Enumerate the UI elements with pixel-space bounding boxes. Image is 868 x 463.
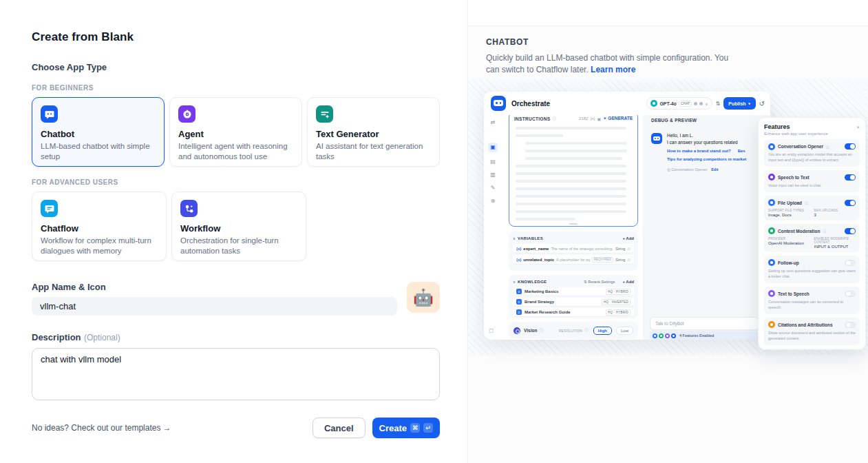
edit-opener-link[interactable]: Edit (711, 167, 718, 172)
dataset-tag: HQ · INVERTED (602, 299, 631, 305)
card-description: Workflow for complex multi-turn dialogue… (41, 236, 158, 256)
add-variable-button[interactable]: + Add (622, 236, 634, 240)
features-panel: Features × Enhance web-app user experien… (758, 117, 866, 350)
knowledge-item[interactable]: ≡ Marketing Basics HQ · HYBRID (513, 287, 634, 296)
copy-icon[interactable]: ▣ (597, 116, 601, 121)
follow-up-icon (768, 259, 775, 266)
card-description: Orchestration for single-turn automation… (180, 236, 297, 256)
content-moderation-toggle[interactable] (845, 228, 856, 234)
debug-preview-title: DEBUG & PREVIEW (643, 115, 770, 123)
app-type-card-workflow[interactable]: Workflow Orchestration for single-turn a… (171, 192, 306, 261)
spark-icon: ✶ (603, 116, 606, 121)
app-icon-picker[interactable]: 🤖 (407, 282, 440, 313)
orchestrate-preview-card: Orchestrate GPT-4o CHAT ∨ ⇅ Publish ∨ (484, 92, 770, 340)
variable-menu-icon[interactable]: ⊙ (627, 258, 631, 262)
resize-handle[interactable] (569, 223, 578, 225)
vision-row: Vision ⓘ RESOLUTION ⓘ High Low (509, 322, 638, 339)
file-upload-toggle[interactable] (845, 200, 856, 206)
card-description: AI assistant for text generation tasks (316, 141, 431, 161)
model-selector[interactable]: GPT-4o CHAT ∨ (646, 97, 712, 110)
knowledge-item[interactable]: ≡ Market Research Guide HQ · HYBRID (513, 308, 634, 316)
info-icon: ⓘ (805, 200, 808, 205)
model-name: GPT-4o (659, 101, 677, 106)
features-enabled-bar[interactable]: 4 Features Enabled (650, 331, 759, 340)
vision-eye-icon (514, 327, 520, 334)
text-to-speech-icon (768, 290, 775, 297)
variable-menu-icon[interactable]: ⊙ (627, 247, 631, 251)
choose-app-type-label: Choose App Type (32, 62, 440, 72)
citations-toggle[interactable] (845, 322, 856, 328)
speech-to-text-toggle[interactable] (845, 174, 856, 181)
create-button[interactable]: Create ⌘ ↵ (372, 418, 440, 438)
variable-row[interactable]: {x} expert_name The name of the strategi… (513, 244, 634, 253)
chatflow-icon (41, 200, 58, 217)
conversation-opener-mini-icon (653, 333, 657, 338)
description-section: Description (Optional) chat with vllm mo… (32, 331, 440, 403)
chevron-down-icon: ∨ (748, 101, 751, 105)
card-title: Agent (178, 129, 293, 139)
app-type-card-agent[interactable]: Agent Intelligent agent with reasoning a… (169, 97, 302, 167)
chat-input[interactable]: Talk to DifyBot (650, 317, 759, 330)
app-type-card-text-generator[interactable]: Text Generator AI assistant for text gen… (307, 97, 440, 167)
app-type-card-chatbot[interactable]: Chatbot LLM-based chatbot with simple se… (32, 97, 165, 167)
chevron-down-icon[interactable]: ∨ (513, 236, 516, 240)
rerank-settings-button[interactable]: ⇅ Rerank Settings (584, 280, 615, 284)
sidebar-image-icon[interactable]: ▤ (490, 158, 496, 165)
suggested-question[interactable]: How to make a brand stand out?Bes (667, 149, 748, 153)
file-upload-mini-icon (671, 333, 676, 338)
robot-emoji-icon: 🤖 (413, 288, 434, 307)
chevron-down-icon[interactable]: ∨ (513, 280, 516, 284)
add-knowledge-button[interactable]: + Add (622, 280, 634, 284)
suggested-question[interactable]: Tips for analyzing competitors in market (667, 157, 748, 161)
text-to-speech-toggle[interactable] (845, 291, 856, 297)
bot-message: Hello, I am L. I can answer your questio… (651, 133, 748, 172)
card-description: Intelligent agent with reasoning and aut… (178, 141, 293, 161)
sidebar-globe-icon[interactable]: ⊕ (491, 198, 496, 205)
close-icon[interactable]: × (856, 124, 860, 130)
variable-row[interactable]: {x} unrelated_topic A placeholder for to… (513, 255, 634, 264)
variables-panel: ∨ VARIABLES + Add {x} expert_name The na… (509, 232, 638, 271)
command-key-icon: ⌘ (410, 423, 420, 433)
card-title: Workflow (180, 223, 297, 234)
generate-button[interactable]: ✶ GENERATE (603, 116, 633, 121)
sidebar-prompt-icon[interactable]: ▣ (488, 143, 498, 152)
app-type-card-chatflow[interactable]: Chatflow Workflow for complex multi-turn… (32, 192, 167, 261)
swap-icon[interactable]: ⇄ (491, 119, 496, 126)
instructions-skeleton (509, 123, 637, 220)
file-upload-icon (768, 199, 775, 206)
follow-up-toggle[interactable] (845, 260, 856, 266)
top-strip (468, 0, 868, 26)
variables-title: VARIABLES (518, 236, 543, 240)
arrow-right-icon: → (162, 423, 171, 433)
app-name-input[interactable] (32, 297, 397, 316)
conversation-opener-toggle[interactable] (845, 143, 856, 150)
advanced-cards-row: Chatflow Workflow for complex multi-turn… (32, 192, 440, 261)
knowledge-item[interactable]: ≡ Brand Strategy HQ · INVERTED (513, 298, 634, 306)
preview-heading: CHATBOT (486, 37, 850, 47)
resolution-high-button[interactable]: High (593, 327, 612, 335)
variable-icon[interactable]: {x} (590, 116, 595, 121)
sidebar-edit-icon[interactable]: ✎ (491, 185, 496, 192)
model-settings-icon (699, 102, 703, 105)
learn-more-link[interactable]: Learn more (591, 65, 635, 74)
description-textarea[interactable]: chat with vllm model (32, 348, 440, 400)
templates-link[interactable]: No ideas? Check out our templates (32, 423, 160, 433)
cancel-button[interactable]: Cancel (313, 418, 366, 438)
card-title: Chatbot (41, 129, 156, 139)
model-config-icon[interactable]: ⇅ (716, 101, 721, 107)
conversation-opener-line: ◎ Conversation Opener Edit (667, 167, 748, 172)
sidebar-bottom-icon[interactable]: □ (489, 327, 493, 334)
dataset-icon: ≡ (516, 299, 522, 305)
chevron-down-icon: ∨ (705, 101, 708, 106)
publish-button[interactable]: Publish ∨ (723, 97, 755, 110)
history-icon[interactable]: ↺ (759, 100, 765, 107)
resolution-low-button[interactable]: Low (616, 327, 633, 335)
features-enabled-label: 4 Features Enabled (679, 333, 714, 338)
variable-type: String (615, 258, 625, 262)
features-subtitle: Enhance web-app user experience (764, 132, 860, 136)
knowledge-panel: ∨ KNOWLEDGE ⇅ Rerank Settings + Add ≡ Ma… (509, 275, 638, 318)
publish-label: Publish (728, 101, 745, 106)
text-generator-icon (316, 105, 333, 123)
dataset-icon: ≡ (516, 309, 522, 315)
sidebar-document-icon[interactable]: ▥ (490, 172, 496, 178)
